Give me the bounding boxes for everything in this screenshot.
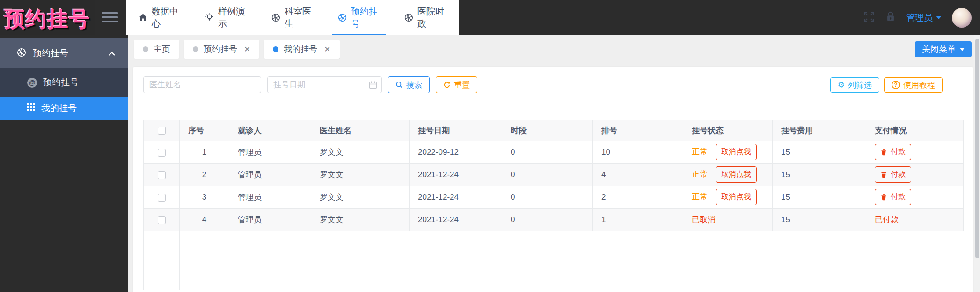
cell-payment: 付款 xyxy=(866,141,964,164)
close-menu-button[interactable]: 关闭菜单 xyxy=(915,41,972,57)
column-header: 就诊人 xyxy=(229,120,311,141)
lock-icon[interactable] xyxy=(885,11,896,24)
nav-item-demo[interactable]: 样例演示 xyxy=(193,0,259,35)
sidebar-item-registration[interactable]: @ 预约挂号 xyxy=(0,68,128,97)
reset-button[interactable]: 重置 xyxy=(436,76,477,93)
close-icon[interactable]: ✕ xyxy=(324,45,330,54)
cell-patient: 管理员 xyxy=(229,141,311,164)
cell-queue: 4 xyxy=(593,164,683,186)
cell-status: 正常 取消点我 xyxy=(683,141,773,164)
cell-no: 2 xyxy=(180,164,229,186)
cell-doctor: 罗文文 xyxy=(311,164,410,186)
user-menu[interactable]: 管理员 xyxy=(906,12,942,24)
home-icon xyxy=(139,13,147,22)
pay-button[interactable]: 付款 xyxy=(875,144,911,160)
payment-status: 已付款 xyxy=(875,215,899,224)
tab-dot-icon xyxy=(193,46,198,52)
nav-item-registration[interactable]: 预约挂号 xyxy=(326,0,392,35)
trash-icon xyxy=(880,171,887,178)
pay-button[interactable]: 付款 xyxy=(875,166,911,183)
column-header: 挂号日期 xyxy=(410,120,502,141)
sidebar-item-my-registration[interactable]: 我的挂号 xyxy=(0,97,128,120)
column-header: 挂号费用 xyxy=(773,120,866,141)
cell-doctor: 罗文文 xyxy=(311,141,410,164)
tab-bar: 主页 预约挂号 ✕ 我的挂号 ✕ 关闭菜单 xyxy=(128,35,974,63)
aperture-icon xyxy=(17,48,26,60)
tab-label: 我的挂号 xyxy=(284,44,317,55)
sidebar-group-registration[interactable]: 预约挂号 xyxy=(0,38,128,68)
app-logo-text: 预约挂号 xyxy=(5,6,91,33)
cell-no: 4 xyxy=(180,209,229,231)
bulb-icon xyxy=(205,13,214,22)
at-circle-icon: @ xyxy=(27,78,37,88)
table-row: 1 管理员 罗文文 2022-09-12 0 10 正常 取消点我 xyxy=(144,141,964,164)
row-checkbox[interactable] xyxy=(158,171,166,179)
tab-my-registration[interactable]: 我的挂号 ✕ xyxy=(264,40,339,59)
cell-patient: 管理员 xyxy=(229,164,311,186)
fullscreen-icon[interactable] xyxy=(863,11,875,25)
tab-dot-icon xyxy=(143,46,148,52)
sidebar-item-label: 预约挂号 xyxy=(43,76,79,89)
sidebar-item-label: 我的挂号 xyxy=(41,102,77,114)
pay-button-label: 付款 xyxy=(891,192,906,202)
cell-period: 0 xyxy=(502,164,593,186)
app-logo: 预约挂号 xyxy=(0,0,95,38)
table-fixed-column-extension xyxy=(143,231,963,290)
column-header: 时段 xyxy=(502,120,593,141)
pay-button[interactable]: 付款 xyxy=(875,189,911,205)
cell-patient: 管理员 xyxy=(229,209,311,231)
nav-item-label: 预约挂号 xyxy=(351,6,380,30)
aperture-icon xyxy=(271,13,280,22)
trash-icon xyxy=(880,149,887,156)
tutorial-button[interactable]: ? 使用教程 xyxy=(884,77,943,93)
search-button[interactable]: 搜索 xyxy=(388,76,430,93)
column-header: 支付情况 xyxy=(866,120,964,141)
close-icon[interactable]: ✕ xyxy=(244,45,250,54)
column-header: 排号 xyxy=(593,120,683,141)
cancel-button[interactable]: 取消点我 xyxy=(716,144,757,160)
cell-date: 2021-12-24 xyxy=(410,209,502,231)
date-field xyxy=(267,76,382,93)
row-checkbox[interactable] xyxy=(158,149,166,157)
table-row: 3 管理员 罗文文 2021-12-24 0 2 正常 取消点我 xyxy=(144,186,964,209)
nav-item-label: 数据中心 xyxy=(152,6,181,30)
cell-date: 2021-12-24 xyxy=(410,186,502,209)
table-row: 4 管理员 罗文文 2021-12-24 0 1 已取消 15 已付款 xyxy=(144,209,964,231)
cell-queue: 1 xyxy=(593,209,683,231)
cell-payment: 已付款 xyxy=(866,209,964,231)
user-name: 管理员 xyxy=(906,12,933,24)
avatar[interactable] xyxy=(952,8,972,28)
nav-item-hospital-news[interactable]: 医院时政 xyxy=(392,0,459,35)
vertical-scrollbar[interactable] xyxy=(974,35,980,292)
scrollbar-thumb[interactable] xyxy=(975,39,979,258)
nav-item-doctors[interactable]: 科室医生 xyxy=(259,0,326,35)
cell-fee: 15 xyxy=(773,141,866,164)
row-checkbox[interactable] xyxy=(158,194,166,202)
column-header: 挂号状态 xyxy=(683,120,773,141)
cell-period: 0 xyxy=(502,186,593,209)
grid-icon xyxy=(27,103,35,113)
chevron-down-icon xyxy=(960,48,965,51)
calendar-icon xyxy=(369,81,377,89)
cancel-button[interactable]: 取消点我 xyxy=(716,166,757,183)
registration-date-input[interactable] xyxy=(267,76,382,93)
nav-item-data-center[interactable]: 数据中心 xyxy=(126,0,193,35)
column-filter-button[interactable]: ⚙ 列筛选 xyxy=(830,77,879,93)
reset-button-label: 重置 xyxy=(454,80,470,90)
nav-item-label: 样例演示 xyxy=(218,6,247,30)
trash-icon xyxy=(880,194,887,201)
tab-registration[interactable]: 预约挂号 ✕ xyxy=(184,40,259,59)
select-all-checkbox[interactable] xyxy=(158,127,166,135)
row-checkbox[interactable] xyxy=(158,216,166,224)
app: 预约挂号 数据中心 样例演示 xyxy=(0,0,980,292)
cancel-button[interactable]: 取消点我 xyxy=(716,189,757,205)
sidebar-group-label: 预约挂号 xyxy=(33,47,68,60)
tab-home[interactable]: 主页 xyxy=(134,40,179,59)
cell-patient: 管理员 xyxy=(229,186,311,209)
cell-fee: 15 xyxy=(773,164,866,186)
hamburger-menu-icon[interactable] xyxy=(102,12,118,23)
cell-no: 1 xyxy=(180,141,229,164)
cancel-button-label: 取消点我 xyxy=(721,170,751,180)
cell-queue: 2 xyxy=(593,186,683,209)
doctor-name-input[interactable] xyxy=(143,76,261,93)
